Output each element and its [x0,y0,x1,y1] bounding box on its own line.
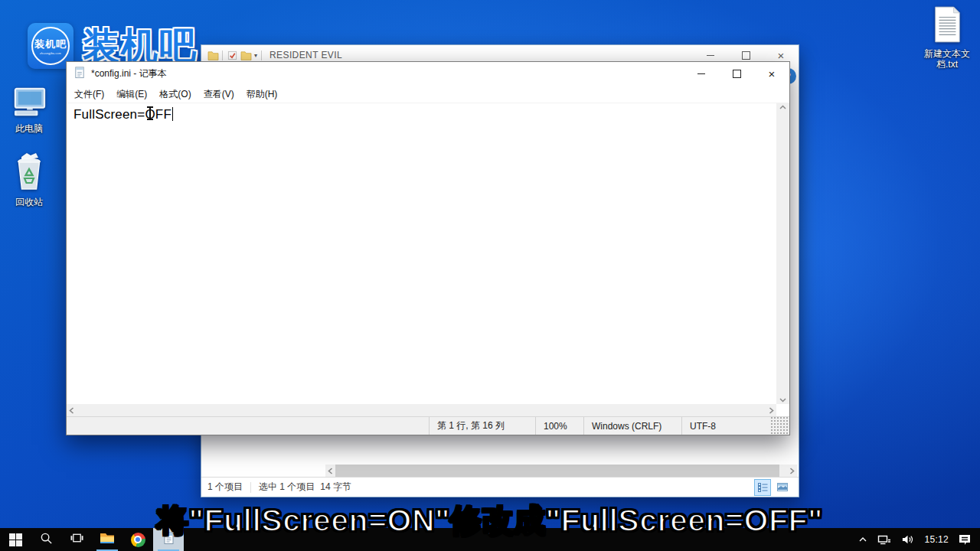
notepad-window-controls: × [684,62,789,86]
zhuangjiba-logo-text: 装机吧 [34,37,67,51]
this-pc-icon [11,87,47,121]
resize-grip[interactable] [769,417,789,435]
desktop-icon-recycle-bin[interactable]: 回收站 [5,152,53,207]
scroll-left-icon[interactable] [67,404,77,417]
notepad-statusbar: 第 1 行, 第 16 列 100% Windows (CRLF) UTF-8 [67,416,789,435]
minimize-icon [707,55,714,56]
ibeam-cursor-icon [146,106,154,120]
menu-help[interactable]: 帮助(H) [240,86,284,103]
desktop-icon-label: 回收站 [15,197,43,207]
scrollbar-thumb[interactable] [335,465,779,478]
menu-format[interactable]: 格式(O) [153,86,197,103]
qat-check-document-icon[interactable] [225,49,239,61]
desktop-icon-label: 此电脑 [15,123,43,134]
explorer-statusbar: 1 个项目 选中 1 个项目 14 字节 [201,477,799,497]
notepad-window: *config.ini - 记事本 × 文件(F) 编辑(E) 格式(O) 查看… [66,61,790,435]
cursor-position: 第 1 行, 第 16 列 [429,417,535,435]
notepad-vertical-scrollbar[interactable] [776,103,789,404]
video-subtitle: 将"FullScreen=ON"修改成"FullScreen=OFF" [0,500,980,542]
menu-file[interactable]: 文件(F) [68,86,110,103]
qat-customize-chevron-down-icon[interactable]: ▾ [253,52,259,59]
explorer-horizontal-scrollbar[interactable] [325,465,797,478]
notepad-horizontal-scrollbar[interactable] [67,404,776,417]
scroll-down-icon [779,398,786,403]
notepad-app-icon [74,66,86,82]
statusbar-separator [250,482,251,493]
explorer-view-buttons [754,479,792,496]
desktop-icon-new-text-file[interactable]: 新建文本文档.txt [921,6,973,70]
zhuangjiba-logo-domain: zhuangjiba.com [40,51,61,55]
recycle-bin-icon [12,152,46,194]
encoding: UTF-8 [681,417,769,435]
text-caret [172,107,173,121]
scroll-right-icon[interactable] [766,404,776,417]
menu-view[interactable]: 查看(V) [198,86,240,103]
notepad-window-title: *config.ini - 记事本 [91,67,167,80]
maximize-icon [742,51,750,60]
minimize-icon [697,73,705,74]
desktop: 装机吧 zhuangjiba.com 装机吧 此电脑 [0,0,980,551]
line-ending: Windows (CRLF) [583,417,681,435]
notepad-menubar: 文件(F) 编辑(E) 格式(O) 查看(V) 帮助(H) [67,86,789,103]
notepad-titlebar[interactable]: *config.ini - 记事本 × [67,62,789,86]
scroll-left-icon[interactable] [325,465,335,478]
notepad-text-content: FullScreen=OFF [74,107,172,122]
toolbar-separator [222,51,223,60]
details-view-button[interactable] [754,479,771,496]
scroll-up-icon [779,105,786,109]
thumbnails-view-button[interactable] [774,479,791,496]
explorer-item-count: 1 个项目 [207,481,243,494]
explorer-selection-count: 选中 1 个项目 [259,481,315,494]
text-file-icon [933,6,962,46]
explorer-selection-size: 14 字节 [320,481,351,494]
toolbar-separator [261,51,262,60]
explorer-window-title: RESIDENT EVIL [270,50,342,60]
qat-folder-icon[interactable] [239,49,253,61]
folder-icon [206,49,220,61]
notepad-minimize-button[interactable] [684,62,719,86]
zhuangjiba-logo-ring: 装机吧 zhuangjiba.com [31,27,70,65]
maximize-icon [733,70,741,78]
desktop-icon-label: 新建文本文档.txt [921,48,973,70]
statusbar-spacer [67,417,429,435]
zoom-level: 100% [535,417,583,435]
menu-edit[interactable]: 编辑(E) [110,86,153,103]
scroll-right-icon[interactable] [787,465,797,478]
notepad-close-button[interactable]: × [754,62,789,86]
notepad-maximize-button[interactable] [719,62,754,86]
desktop-icon-this-pc[interactable]: 此电脑 [5,87,53,134]
notepad-text-area[interactable]: FullScreen=OFF [67,103,776,404]
